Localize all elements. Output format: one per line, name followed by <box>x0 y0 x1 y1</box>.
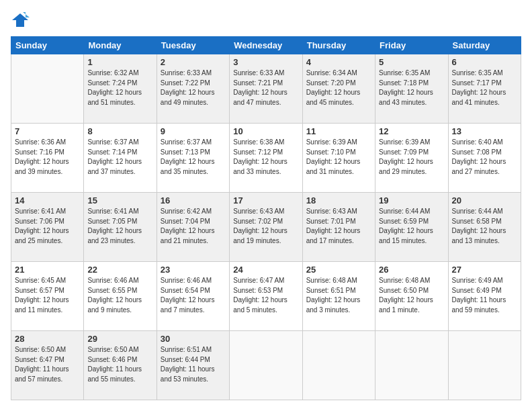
day-info: Sunrise: 6:32 AM Sunset: 7:24 PM Dayligh… <box>87 68 152 107</box>
calendar-cell: 15Sunrise: 6:41 AM Sunset: 7:05 PM Dayli… <box>84 193 157 262</box>
day-number: 29 <box>87 334 152 344</box>
calendar-cell: 6Sunrise: 6:35 AM Sunset: 7:17 PM Daylig… <box>448 54 521 124</box>
calendar-cell: 18Sunrise: 6:43 AM Sunset: 7:01 PM Dayli… <box>302 193 375 262</box>
calendar-cell: 27Sunrise: 6:49 AM Sunset: 6:49 PM Dayli… <box>448 262 521 331</box>
calendar-cell <box>448 331 521 400</box>
calendar-cell: 11Sunrise: 6:39 AM Sunset: 7:10 PM Dayli… <box>302 124 375 193</box>
day-info: Sunrise: 6:45 AM Sunset: 6:57 PM Dayligh… <box>15 276 80 315</box>
day-number: 20 <box>452 195 517 205</box>
calendar-cell: 7Sunrise: 6:36 AM Sunset: 7:16 PM Daylig… <box>11 124 84 193</box>
calendar-cell <box>11 54 84 124</box>
day-info: Sunrise: 6:48 AM Sunset: 6:51 PM Dayligh… <box>306 276 371 315</box>
day-number: 26 <box>379 265 444 275</box>
day-info: Sunrise: 6:44 AM Sunset: 6:58 PM Dayligh… <box>452 207 517 246</box>
day-number: 28 <box>15 334 80 344</box>
day-info: Sunrise: 6:46 AM Sunset: 6:54 PM Dayligh… <box>161 276 226 315</box>
calendar-cell: 1Sunrise: 6:32 AM Sunset: 7:24 PM Daylig… <box>84 54 157 124</box>
day-info: Sunrise: 6:36 AM Sunset: 7:16 PM Dayligh… <box>15 138 80 177</box>
calendar-cell: 20Sunrise: 6:44 AM Sunset: 6:58 PM Dayli… <box>448 193 521 262</box>
day-info: Sunrise: 6:43 AM Sunset: 7:01 PM Dayligh… <box>306 207 371 246</box>
day-number: 24 <box>233 265 298 275</box>
day-number: 12 <box>379 126 444 136</box>
calendar-week-1: 1Sunrise: 6:32 AM Sunset: 7:24 PM Daylig… <box>11 54 521 124</box>
day-info: Sunrise: 6:49 AM Sunset: 6:49 PM Dayligh… <box>452 276 517 315</box>
day-info: Sunrise: 6:47 AM Sunset: 6:53 PM Dayligh… <box>233 276 298 315</box>
calendar-cell: 19Sunrise: 6:44 AM Sunset: 6:59 PM Dayli… <box>375 193 448 262</box>
day-info: Sunrise: 6:48 AM Sunset: 6:50 PM Dayligh… <box>379 276 444 315</box>
calendar-cell: 17Sunrise: 6:43 AM Sunset: 7:02 PM Dayli… <box>230 193 302 262</box>
day-info: Sunrise: 6:51 AM Sunset: 6:44 PM Dayligh… <box>161 345 226 384</box>
calendar-cell: 25Sunrise: 6:48 AM Sunset: 6:51 PM Dayli… <box>302 262 375 331</box>
weekday-header-tuesday: Tuesday <box>157 37 229 54</box>
day-number: 5 <box>379 57 444 67</box>
weekday-header-wednesday: Wednesday <box>230 37 302 54</box>
day-number: 11 <box>306 126 371 136</box>
weekday-header-friday: Friday <box>375 37 448 54</box>
calendar-cell: 29Sunrise: 6:50 AM Sunset: 6:46 PM Dayli… <box>84 331 157 400</box>
calendar-cell <box>230 331 302 400</box>
day-info: Sunrise: 6:37 AM Sunset: 7:13 PM Dayligh… <box>161 138 226 177</box>
day-info: Sunrise: 6:38 AM Sunset: 7:12 PM Dayligh… <box>233 138 298 177</box>
day-info: Sunrise: 6:41 AM Sunset: 7:06 PM Dayligh… <box>15 207 80 246</box>
day-info: Sunrise: 6:39 AM Sunset: 7:10 PM Dayligh… <box>306 138 371 177</box>
day-number: 13 <box>452 126 517 136</box>
calendar-cell: 8Sunrise: 6:37 AM Sunset: 7:14 PM Daylig… <box>84 124 157 193</box>
calendar-cell: 4Sunrise: 6:34 AM Sunset: 7:20 PM Daylig… <box>302 54 375 124</box>
day-number: 30 <box>161 334 226 344</box>
weekday-header-saturday: Saturday <box>448 37 521 54</box>
calendar-cell: 16Sunrise: 6:42 AM Sunset: 7:04 PM Dayli… <box>157 193 229 262</box>
weekday-header-row: SundayMondayTuesdayWednesdayThursdayFrid… <box>11 37 521 54</box>
logo-icon <box>11 11 30 30</box>
calendar-cell: 26Sunrise: 6:48 AM Sunset: 6:50 PM Dayli… <box>375 262 448 331</box>
calendar-week-4: 21Sunrise: 6:45 AM Sunset: 6:57 PM Dayli… <box>11 262 521 331</box>
calendar-cell: 3Sunrise: 6:33 AM Sunset: 7:21 PM Daylig… <box>230 54 302 124</box>
calendar-cell: 28Sunrise: 6:50 AM Sunset: 6:47 PM Dayli… <box>11 331 84 400</box>
calendar-week-2: 7Sunrise: 6:36 AM Sunset: 7:16 PM Daylig… <box>11 124 521 193</box>
day-info: Sunrise: 6:34 AM Sunset: 7:20 PM Dayligh… <box>306 68 371 107</box>
calendar-cell: 24Sunrise: 6:47 AM Sunset: 6:53 PM Dayli… <box>230 262 302 331</box>
day-info: Sunrise: 6:44 AM Sunset: 6:59 PM Dayligh… <box>379 207 444 246</box>
day-number: 23 <box>161 265 226 275</box>
day-info: Sunrise: 6:35 AM Sunset: 7:18 PM Dayligh… <box>379 68 444 107</box>
calendar-cell: 22Sunrise: 6:46 AM Sunset: 6:55 PM Dayli… <box>84 262 157 331</box>
day-number: 18 <box>306 195 371 205</box>
weekday-header-monday: Monday <box>84 37 157 54</box>
weekday-header-thursday: Thursday <box>302 37 375 54</box>
logo <box>11 11 32 30</box>
calendar-cell: 30Sunrise: 6:51 AM Sunset: 6:44 PM Dayli… <box>157 331 229 400</box>
calendar-cell: 21Sunrise: 6:45 AM Sunset: 6:57 PM Dayli… <box>11 262 84 331</box>
day-info: Sunrise: 6:43 AM Sunset: 7:02 PM Dayligh… <box>233 207 298 246</box>
day-number: 27 <box>452 265 517 275</box>
day-number: 17 <box>233 195 298 205</box>
day-info: Sunrise: 6:50 AM Sunset: 6:47 PM Dayligh… <box>15 345 80 384</box>
day-number: 7 <box>15 126 80 136</box>
day-info: Sunrise: 6:33 AM Sunset: 7:21 PM Dayligh… <box>233 68 298 107</box>
day-info: Sunrise: 6:37 AM Sunset: 7:14 PM Dayligh… <box>87 138 152 177</box>
calendar-cell: 14Sunrise: 6:41 AM Sunset: 7:06 PM Dayli… <box>11 193 84 262</box>
calendar-cell: 12Sunrise: 6:39 AM Sunset: 7:09 PM Dayli… <box>375 124 448 193</box>
day-number: 1 <box>87 57 152 67</box>
calendar-week-3: 14Sunrise: 6:41 AM Sunset: 7:06 PM Dayli… <box>11 193 521 262</box>
day-info: Sunrise: 6:41 AM Sunset: 7:05 PM Dayligh… <box>87 207 152 246</box>
day-info: Sunrise: 6:35 AM Sunset: 7:17 PM Dayligh… <box>452 68 517 107</box>
day-number: 3 <box>233 57 298 67</box>
day-number: 15 <box>87 195 152 205</box>
day-number: 4 <box>306 57 371 67</box>
calendar-cell: 10Sunrise: 6:38 AM Sunset: 7:12 PM Dayli… <box>230 124 302 193</box>
day-number: 2 <box>161 57 226 67</box>
calendar-week-5: 28Sunrise: 6:50 AM Sunset: 6:47 PM Dayli… <box>11 331 521 400</box>
calendar-cell <box>302 331 375 400</box>
day-info: Sunrise: 6:39 AM Sunset: 7:09 PM Dayligh… <box>379 138 444 177</box>
day-number: 8 <box>87 126 152 136</box>
calendar-cell: 9Sunrise: 6:37 AM Sunset: 7:13 PM Daylig… <box>157 124 229 193</box>
day-number: 25 <box>306 265 371 275</box>
weekday-header-sunday: Sunday <box>11 37 84 54</box>
day-number: 19 <box>379 195 444 205</box>
day-number: 9 <box>161 126 226 136</box>
calendar-cell: 13Sunrise: 6:40 AM Sunset: 7:08 PM Dayli… <box>448 124 521 193</box>
day-number: 14 <box>15 195 80 205</box>
day-info: Sunrise: 6:46 AM Sunset: 6:55 PM Dayligh… <box>87 276 152 315</box>
calendar-table: SundayMondayTuesdayWednesdayThursdayFrid… <box>11 36 521 400</box>
day-number: 21 <box>15 265 80 275</box>
day-info: Sunrise: 6:40 AM Sunset: 7:08 PM Dayligh… <box>452 138 517 177</box>
